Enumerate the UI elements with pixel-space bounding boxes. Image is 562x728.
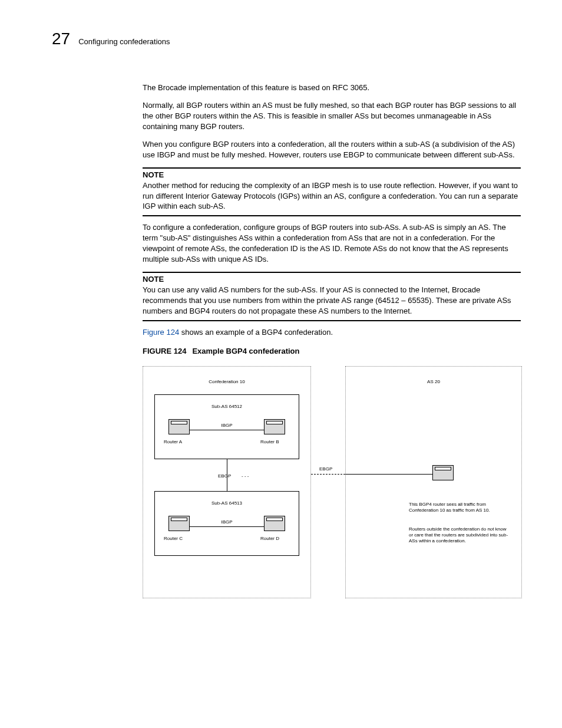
figure-note-1: This BGP4 router sees all traffic from C… [409, 502, 509, 513]
router-icon [264, 419, 285, 434]
paragraph: Normally, all BGP routers within an AS m… [143, 100, 521, 132]
divider [143, 167, 521, 169]
connection-dashed-line [311, 474, 345, 475]
sub-as-1-label: Sub-AS 64512 [154, 404, 299, 409]
figure-diagram: Confederation 10 AS 20 Sub-AS 64512 IBGP… [143, 366, 525, 602]
router-icon [432, 465, 454, 480]
connection-line [345, 474, 432, 475]
connection-line [190, 526, 264, 527]
note-body: Another method for reducing the complexi… [143, 180, 521, 212]
confederation-title: Confederation 10 [143, 379, 311, 384]
note-label: NOTE [143, 170, 521, 180]
router-a-label: Router A [164, 439, 182, 444]
page: 27 Configuring confederations The Brocad… [0, 0, 562, 728]
router-icon [168, 516, 190, 531]
paragraph: When you configure BGP routers into a co… [143, 139, 521, 160]
divider [143, 320, 521, 321]
note-body: You can use any valid AS numbers for the… [143, 285, 521, 317]
router-icon [264, 516, 285, 531]
page-header: 27 Configuring confederations [52, 29, 521, 48]
router-icon [168, 419, 190, 434]
as20-title: AS 20 [345, 379, 522, 384]
figure-note-2: Routers outside the confederation do not… [409, 526, 509, 544]
page-number: 27 [52, 29, 70, 48]
sub-as-2-label: Sub-AS 64513 [154, 500, 299, 506]
router-c-label: Router C [164, 536, 183, 541]
paragraph: To configure a confederation, configure … [143, 222, 521, 265]
paragraph: Figure 124 shows an example of a BGP4 co… [143, 327, 521, 338]
figure-caption: FIGURE 124Example BGP4 confederation [143, 346, 521, 357]
router-d-label: Router D [260, 536, 279, 541]
ebgp-label: EBGP [218, 473, 231, 479]
as20-box [345, 366, 522, 598]
divider [143, 215, 521, 216]
router-b-label: Router B [260, 439, 279, 444]
figure-reference-link[interactable]: Figure 124 [143, 328, 179, 337]
figure-number: FIGURE 124 [143, 347, 186, 355]
ebgp-label: EBGP [319, 466, 332, 472]
section-title: Configuring confederations [78, 37, 170, 46]
figure-title: Example BGP4 confederation [192, 347, 299, 355]
dash-decoration: - - - [242, 473, 249, 479]
paragraph: The Brocade implementation of this featu… [143, 83, 521, 93]
divider [143, 272, 521, 273]
connection-line [190, 430, 264, 430]
text: shows an example of a BGP4 confederation… [179, 328, 333, 337]
note-label: NOTE [143, 274, 521, 285]
page-content: The Brocade implementation of this featu… [143, 83, 521, 602]
